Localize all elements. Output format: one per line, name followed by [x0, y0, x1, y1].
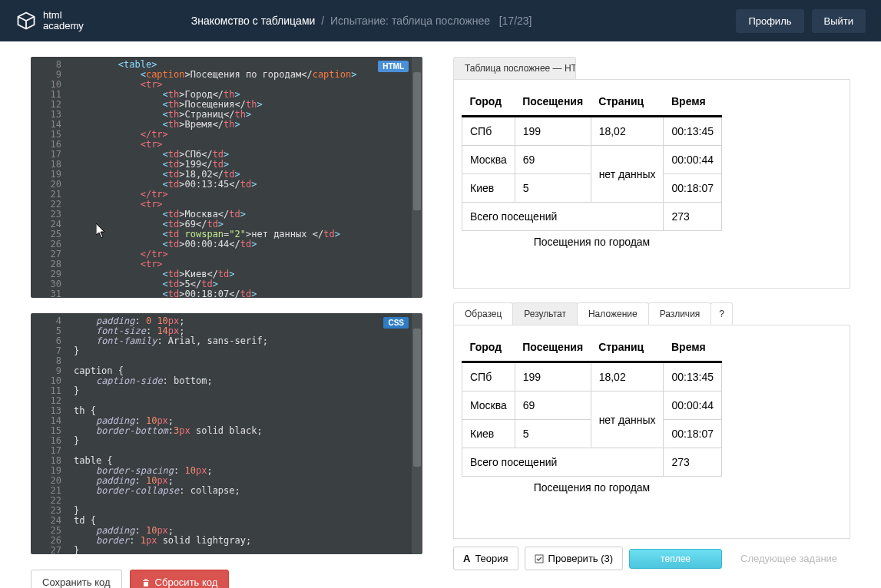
footer-label: Всего посещений — [462, 203, 664, 231]
table-header-row: Город Посещения Страниц Время — [462, 88, 722, 117]
table-footer-row: Всего посещений 273 — [462, 203, 722, 231]
save-button[interactable]: Сохранить код — [31, 570, 122, 588]
preview-tab[interactable]: Таблица посложнее — HTML Aca — [453, 57, 576, 79]
css-badge: CSS — [383, 317, 409, 329]
logo-text-top: html — [43, 10, 84, 21]
css-scrollbar[interactable] — [412, 313, 422, 554]
html-scrollbar[interactable] — [412, 57, 422, 298]
breadcrumb-progress: [17/23] — [493, 15, 532, 27]
table-row: СПб 199 18,02 00:13:45 — [462, 362, 722, 391]
breadcrumb: Знакомство с таблицами / Испытание: табл… — [191, 15, 729, 27]
logo-icon — [15, 10, 37, 31]
reset-button[interactable]: Сбросить код — [130, 570, 230, 588]
table-header-row: Город Посещения Страниц Время — [462, 333, 722, 362]
breadcrumb-course[interactable]: Знакомство с таблицами — [191, 15, 316, 27]
compare-table: Посещения по городам Город Посещения Стр… — [462, 333, 722, 498]
preview-pane: Посещения по городам Город Посещения Стр… — [453, 80, 850, 289]
theory-button[interactable]: A Теория — [453, 547, 518, 570]
profile-button[interactable]: Профиль — [736, 9, 803, 33]
css-editor[interactable]: CSS 456789101112131415161718192021222324… — [31, 313, 422, 554]
th-pages: Страниц — [591, 88, 664, 117]
compare-pane: Посещения по городам Город Посещения Стр… — [453, 325, 850, 539]
breadcrumb-task: Испытание: таблица посложнее — [330, 15, 490, 27]
html-code-area[interactable]: <table> <caption>Посещения по городам</c… — [31, 57, 422, 298]
preview-table: Посещения по городам Город Посещения Стр… — [462, 88, 722, 253]
tab-diff[interactable]: Различия — [648, 302, 712, 325]
check-button[interactable]: Проверить (3) — [525, 547, 624, 570]
css-code-area[interactable]: padding: 0 10px; font-size: 14px; font-f… — [31, 313, 422, 554]
theory-label: Теория — [475, 553, 508, 564]
th-visits: Посещения — [515, 88, 591, 117]
html-badge: HTML — [378, 61, 409, 72]
html-editor[interactable]: HTML 89101112131415161718192021222324252… — [31, 57, 422, 298]
table-footer-row: Всего посещений 273 — [462, 448, 722, 477]
heat-button[interactable]: теплее — [629, 549, 722, 569]
tab-overlay[interactable]: Наложение — [577, 302, 649, 325]
footer-value: 273 — [664, 203, 722, 231]
font-icon: A — [463, 553, 470, 564]
tab-sample[interactable]: Образец — [453, 302, 513, 325]
table-row: СПб 199 18,02 00:13:45 — [462, 117, 722, 146]
trash-icon — [141, 578, 151, 587]
th-time: Время — [664, 88, 722, 117]
preview-tabstrip: Таблица посложнее — HTML Aca — [453, 57, 850, 80]
breadcrumb-separator: / — [321, 15, 324, 27]
table-row: Москва 69 нет данных 00:00:44 — [462, 391, 722, 420]
th-city: Город — [462, 88, 515, 117]
check-icon — [535, 554, 544, 563]
reset-button-label: Сбросить код — [155, 576, 218, 588]
logout-button[interactable]: Выйти — [812, 9, 866, 33]
logo[interactable]: html academy — [15, 10, 84, 32]
no-data-cell: нет данных — [591, 146, 664, 203]
check-label: Проверить (3) — [548, 553, 614, 564]
table-row: Москва 69 нет данных 00:00:44 — [462, 146, 722, 174]
tab-help[interactable]: ? — [710, 302, 733, 325]
logo-text-bottom: academy — [43, 21, 84, 31]
tab-result[interactable]: Результат — [512, 302, 578, 325]
table-caption: Посещения по городам — [462, 231, 722, 253]
app-header: html academy Знакомство с таблицами / Ис… — [0, 0, 881, 41]
table-caption: Посещения по городам — [462, 477, 722, 498]
compare-tabstrip: Образец Результат Наложение Различия ? — [453, 302, 850, 325]
next-task-link[interactable]: Следующее задание — [740, 553, 837, 564]
